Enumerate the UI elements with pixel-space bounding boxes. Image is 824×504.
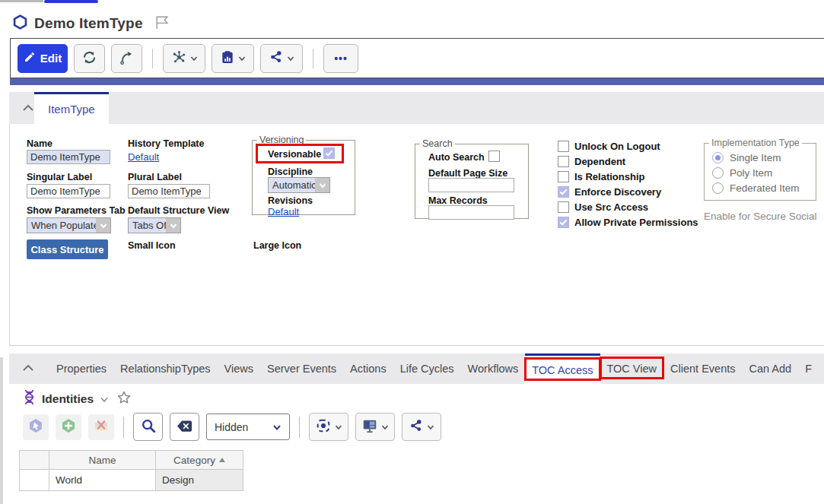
toolbar-separator [313, 49, 313, 68]
use-src-access-checkbox[interactable] [558, 201, 569, 213]
promote-button[interactable] [111, 44, 142, 73]
show-parameters-tab-select[interactable]: When Populated [27, 217, 111, 233]
form-tab-strip: ItemType [9, 92, 824, 124]
tab-toc-view[interactable]: TOC View [600, 353, 664, 384]
tab-itemtype[interactable]: ItemType [34, 92, 109, 124]
default-page-size-label: Default Page Size [428, 168, 507, 179]
auto-search-label: Auto Search [428, 152, 485, 163]
more-actions-button[interactable]: ••• [323, 44, 358, 73]
ellipsis-icon: ••• [334, 52, 348, 65]
column-header-name[interactable]: Name [49, 450, 156, 470]
chevron-down-icon [238, 52, 246, 64]
enforce-discovery-checkbox[interactable] [558, 186, 569, 198]
chevron-down-icon [381, 421, 389, 433]
poly-item-radio[interactable] [712, 167, 724, 179]
revisions-link[interactable]: Default [268, 206, 299, 217]
small-icon-label: Small Icon [128, 240, 176, 251]
dropdown-arrow-icon [96, 218, 110, 233]
clipboard-chart-icon [220, 49, 235, 68]
row-handle-cell[interactable] [19, 470, 49, 491]
single-item-radio[interactable] [712, 152, 724, 163]
name-label: Name [27, 138, 52, 149]
focus-menu-button[interactable] [309, 413, 348, 441]
class-structure-button[interactable]: Class Structure [27, 239, 108, 259]
dropdown-arrow-icon [166, 218, 180, 233]
history-template-link[interactable]: Default [128, 151, 159, 163]
dna-icon [23, 388, 36, 409]
tab-client-events[interactable]: Client Events [663, 353, 742, 384]
search-button[interactable] [133, 413, 163, 441]
add-item-button[interactable] [56, 414, 81, 440]
max-records-input[interactable] [428, 205, 514, 220]
active-tab-indicator [44, 0, 98, 3]
tab-can-add[interactable]: Can Add [742, 353, 798, 384]
flag-row: Allow Private Permissions [558, 217, 698, 228]
auto-search-checkbox[interactable] [488, 151, 500, 162]
tab-views[interactable]: Views [218, 353, 260, 384]
chevron-down-icon[interactable] [100, 392, 109, 406]
large-icon-label: Large Icon [253, 240, 301, 251]
cell-category[interactable]: Design [156, 470, 243, 491]
collapse-chevron-icon[interactable] [22, 362, 34, 376]
row-handle-header[interactable] [19, 450, 49, 470]
pencil-icon [24, 51, 36, 65]
dependent-checkbox[interactable] [558, 156, 569, 167]
monitor-icon [361, 417, 378, 436]
reports-menu-button[interactable] [212, 44, 254, 73]
tab-properties[interactable]: Properties [49, 353, 113, 384]
singular-label-label: Singular Label [27, 172, 92, 182]
favorite-star-icon[interactable] [116, 390, 132, 408]
default-page-size-input[interactable] [428, 178, 514, 192]
implementation-type-legend: Implementation Type [709, 138, 802, 148]
refresh-icon [81, 49, 97, 68]
tab-toc-access[interactable]: TOC Access [525, 353, 600, 384]
plus-hexagon-icon [59, 417, 78, 437]
allow-private-permissions-checkbox[interactable] [558, 217, 569, 228]
chevron-down-icon [427, 421, 434, 433]
page-title: Demo ItemType [34, 15, 143, 32]
select-items-button[interactable] [23, 414, 49, 440]
layout-menu-button[interactable] [355, 413, 395, 441]
chevron-down-icon [335, 421, 342, 433]
tab-actions[interactable]: Actions [343, 353, 393, 384]
tab-relationshiptypes[interactable]: RelationshipTypes [113, 353, 218, 384]
revisions-label: Revisions [268, 195, 313, 206]
clear-search-button[interactable] [170, 413, 199, 441]
chevron-down-icon [190, 52, 198, 64]
unlock-on-logout-checkbox[interactable] [558, 141, 569, 152]
max-records-label: Max Records [428, 195, 488, 206]
relationship-tab-strip: Properties RelationshipTypes Views Serve… [9, 353, 824, 384]
app-window: Demo ItemType Edit ••• [0, 0, 824, 504]
share-menu-button[interactable] [260, 44, 303, 73]
visibility-filter-select[interactable]: Hidden [206, 414, 290, 440]
flag-row: Dependent [558, 156, 625, 167]
versioning-legend: Versioning [257, 135, 306, 145]
column-header-category[interactable]: Category [156, 450, 243, 470]
table-row[interactable]: World Design [19, 470, 243, 491]
collapse-chevron-icon[interactable] [22, 102, 34, 116]
flag-icon[interactable] [154, 14, 170, 33]
federated-item-radio[interactable] [712, 182, 724, 194]
tab-life-cycles[interactable]: Life Cycles [393, 353, 461, 384]
tab-workflows[interactable]: Workflows [461, 353, 526, 384]
discipline-select[interactable]: Automatic [268, 177, 330, 193]
edit-button[interactable]: Edit [17, 44, 68, 73]
name-input[interactable] [27, 150, 110, 164]
tab-server-events[interactable]: Server Events [260, 353, 343, 384]
singular-label-input[interactable] [27, 184, 110, 198]
plural-label-input[interactable] [128, 184, 210, 198]
impl-option-row: Federated Item [712, 182, 800, 194]
cell-name[interactable]: World [49, 470, 156, 491]
delete-item-button-disabled[interactable] [88, 414, 114, 440]
toolbar-separator [152, 49, 153, 68]
itemtype-hexagon-icon [12, 14, 28, 33]
is-relationship-checkbox[interactable] [558, 171, 569, 182]
refresh-button[interactable] [74, 44, 105, 73]
share-grid-menu-button[interactable] [402, 413, 441, 441]
backspace-icon [176, 419, 193, 436]
versionable-checkbox[interactable] [323, 147, 335, 159]
default-structure-view-select[interactable]: Tabs Off [128, 217, 181, 233]
tab-overflow-partial[interactable]: F [798, 353, 819, 384]
structure-menu-button[interactable] [163, 44, 205, 73]
impl-option-row: Single Item [712, 152, 781, 163]
